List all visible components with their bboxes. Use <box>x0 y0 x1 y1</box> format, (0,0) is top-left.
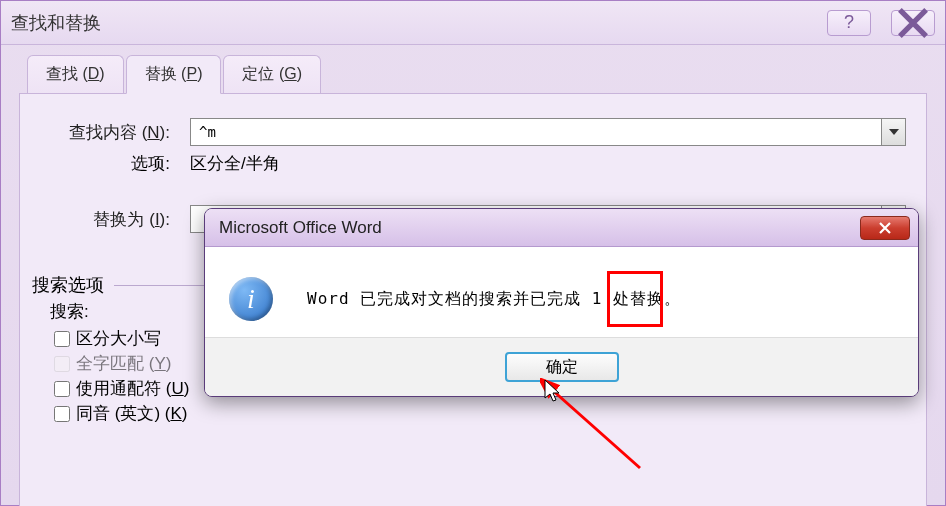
options-value: 区分全/半角 <box>190 152 280 175</box>
checkbox-sounds-like[interactable]: 同音 (英文) (K) <box>54 402 914 425</box>
replace-label: 替换为 (I): <box>40 208 190 231</box>
find-dropdown-button[interactable] <box>881 119 905 145</box>
chevron-down-icon <box>889 129 899 135</box>
sounds-like-label: 同音 (英文) (K) <box>76 402 187 425</box>
wildcards-input[interactable] <box>54 381 70 397</box>
match-case-input[interactable] <box>54 331 70 347</box>
find-label: 查找内容 (N): <box>40 121 190 144</box>
message-box: Microsoft Office Word i Word 已完成对文档的搜索并已… <box>204 208 919 397</box>
whole-word-input <box>54 356 70 372</box>
dialog-title: 查找和替换 <box>11 11 827 35</box>
close-icon <box>878 221 892 235</box>
match-case-label: 区分大小写 <box>76 327 161 350</box>
msgbox-title: Microsoft Office Word <box>219 218 860 238</box>
ok-button[interactable]: 确定 <box>505 352 619 382</box>
find-input[interactable] <box>191 119 881 145</box>
sounds-like-input[interactable] <box>54 406 70 422</box>
msgbox-titlebar: Microsoft Office Word <box>205 209 918 247</box>
find-combo[interactable] <box>190 118 906 146</box>
tabs: 查找 (D) 替换 (P) 定位 (G) <box>27 54 927 93</box>
wildcards-label: 使用通配符 (U) <box>76 377 189 400</box>
options-label: 选项: <box>40 152 190 175</box>
whole-word-label: 全字匹配 (Y) <box>76 352 171 375</box>
msgbox-close-button[interactable] <box>860 216 910 240</box>
help-button[interactable]: ? <box>827 10 871 36</box>
titlebar-controls: ? <box>827 10 935 36</box>
info-icon: i <box>229 277 273 321</box>
tab-replace[interactable]: 替换 (P) <box>126 55 222 94</box>
tab-find[interactable]: 查找 (D) <box>27 55 124 94</box>
search-options-legend: 搜索选项 <box>32 273 114 297</box>
titlebar: 查找和替换 ? <box>1 1 945 45</box>
tab-goto[interactable]: 定位 (G) <box>223 55 321 94</box>
msgbox-message: Word 已完成对文档的搜索并已完成 1 处替换。 <box>307 289 681 310</box>
close-button[interactable] <box>891 10 935 36</box>
